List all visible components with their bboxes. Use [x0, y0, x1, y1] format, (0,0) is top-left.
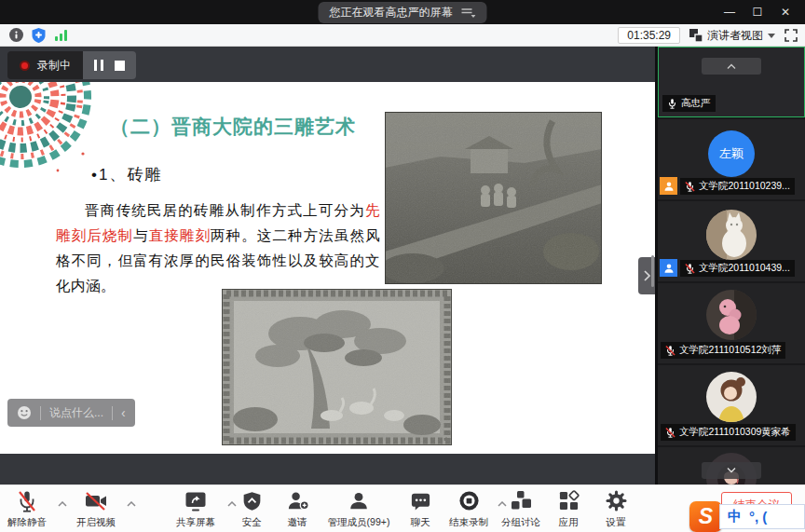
toolbar-label: 解除静音 — [7, 516, 47, 529]
participant-tile-partial[interactable] — [658, 447, 805, 484]
main-region: （二）晋商大院的三雕艺术 •1、砖雕 晋商传统民居的砖雕从制作方式上可分为先雕刻… — [0, 47, 805, 484]
hand-raised-badge-icon — [660, 177, 677, 195]
ime-mode[interactable]: 中 — [728, 508, 742, 525]
participant-tile-cat[interactable]: 文学院2011010439... — [658, 201, 805, 281]
hand-raised-badge-icon — [660, 259, 677, 277]
fullscreen-icon[interactable] — [785, 29, 798, 42]
participant-name-tag: 高忠严 — [662, 95, 716, 112]
participant-tile-huangjiaxi[interactable]: 文学院2111010309黄家希 — [658, 365, 805, 445]
participants-sidebar: 高忠严 左颖 文学院2011010239... — [658, 47, 805, 484]
chat-button[interactable]: 聊天 — [399, 490, 442, 529]
sogou-logo-icon[interactable]: S — [689, 501, 722, 532]
shared-screen-area: （二）晋商大院的三雕艺术 •1、砖雕 晋商传统民居的砖雕从制作方式上可分为先雕刻… — [0, 47, 655, 484]
participant-name: 高忠严 — [681, 97, 711, 110]
chat-collapse-button[interactable]: ‹ — [121, 406, 126, 419]
mic-muted-icon — [665, 345, 675, 357]
watching-screen-label: 您正在观看高忠严的屏幕 — [330, 5, 453, 20]
meeting-info-icon[interactable] — [9, 28, 23, 42]
view-caret-icon — [768, 34, 775, 38]
invite-button[interactable]: 邀请 — [276, 490, 319, 529]
bullet-text: 1、砖雕 — [99, 166, 162, 184]
view-mode-button[interactable]: 演讲者视图 — [689, 28, 775, 44]
divider — [112, 406, 113, 420]
bottom-toolbar: 解除静音 开启视频 共享屏幕 安全 邀请 管理成员(99+ — [0, 484, 805, 532]
start-video-button[interactable]: 开启视频 — [69, 490, 123, 529]
layout-view-icon — [689, 29, 703, 42]
share-screen-icon — [184, 490, 208, 512]
pause-recording-button[interactable] — [94, 60, 103, 71]
toolbar-label: 应用 — [559, 516, 579, 529]
mic-muted-icon — [685, 263, 695, 275]
participant-name: 文学院2111010512刘萍 — [679, 344, 781, 357]
brick-carving-image — [222, 289, 452, 445]
stop-recording-button[interactable] — [115, 61, 125, 71]
unmute-button[interactable]: 解除静音 — [0, 490, 54, 529]
avatar-initials: 左颖 — [708, 130, 755, 177]
emoji-icon[interactable] — [17, 405, 32, 420]
scroll-down-button[interactable] — [702, 462, 761, 479]
avatar — [706, 372, 757, 422]
bullet-glyph: • — [91, 166, 99, 184]
participant-name: 文学院2011010439... — [699, 262, 790, 275]
sidebar-scrollbar[interactable] — [651, 255, 654, 287]
title-bar: 您正在观看高忠严的屏幕 — ☐ ✕ — [0, 0, 805, 24]
chat-input-placeholder[interactable]: 说点什么... — [49, 405, 103, 421]
window-controls: — ☐ ✕ — [716, 0, 799, 24]
mandala-decoration — [0, 82, 97, 179]
maximize-button[interactable]: ☐ — [744, 0, 771, 24]
ime-status-bar[interactable]: 中 °, ( — [719, 504, 805, 529]
recording-label: 录制中 — [37, 58, 71, 74]
stop-record-icon — [458, 490, 480, 512]
apps-button[interactable]: 应用 — [548, 490, 589, 529]
breakout-rooms-button[interactable]: 分组讨论 — [497, 490, 545, 529]
ime-symbols[interactable]: °, ( — [749, 509, 767, 525]
para-part-1: 晋商传统民居的砖雕从制作方式上可分为 — [85, 202, 365, 218]
toolbar-label: 分组讨论 — [501, 516, 540, 529]
ime-toolbar: S 中 °, ( — [689, 501, 805, 532]
mic-muted-icon — [16, 490, 38, 513]
status-icons — [9, 28, 68, 43]
video-options-caret-icon[interactable] — [127, 501, 136, 507]
close-button[interactable]: ✕ — [771, 0, 799, 24]
camera-off-icon — [84, 490, 108, 512]
quick-chat-bar[interactable]: 说点什么... ‹ — [7, 399, 135, 427]
stop-record-button[interactable]: 结束录制 — [442, 490, 496, 529]
minimize-button[interactable]: — — [716, 0, 744, 24]
mic-options-caret-icon[interactable] — [58, 501, 67, 507]
toolbar-label: 聊天 — [411, 516, 430, 529]
settings-button[interactable]: 设置 — [594, 490, 637, 529]
screen-menu-icon[interactable] — [461, 7, 476, 18]
avatar: 左颖 — [708, 130, 755, 177]
toolbar-label: 共享屏幕 — [176, 516, 215, 529]
toolbar-label: 开启视频 — [76, 516, 116, 529]
slide-bullet-item: •1、砖雕 — [91, 164, 162, 185]
participant-tile-gaozhongyan[interactable]: 高忠严 — [658, 47, 805, 117]
collapse-tile-button[interactable] — [702, 58, 761, 75]
mic-muted-icon — [685, 181, 695, 193]
recording-bar: 录制中 — [7, 51, 136, 79]
members-icon — [348, 490, 370, 512]
mic-on-icon — [667, 98, 677, 110]
para-highlight-2: 直接雕刻 — [149, 227, 211, 243]
stone-carving-image — [385, 112, 602, 284]
avatar — [706, 210, 757, 260]
divider — [40, 406, 41, 420]
participant-name-tag: 文学院2111010512刘萍 — [661, 342, 785, 359]
security-shield-icon[interactable] — [32, 28, 46, 43]
security-button[interactable]: 安全 — [229, 490, 274, 529]
apps-icon — [558, 490, 580, 512]
share-screen-button[interactable]: 共享屏幕 — [168, 490, 224, 529]
breakout-icon — [511, 490, 532, 512]
network-signal-icon[interactable] — [54, 29, 68, 41]
manage-members-button[interactable]: 管理成员(99+) — [319, 490, 399, 529]
participant-tile-liuping[interactable]: 文学院2111010512刘萍 — [658, 283, 805, 363]
chat-icon — [409, 490, 432, 512]
participant-tile-zuoying[interactable]: 左颖 文学院2011010239... — [658, 119, 805, 199]
status-right: 01:35:29 演讲者视图 — [618, 24, 798, 47]
participant-name-tag: 文学院2011010239... — [680, 178, 795, 195]
invite-icon — [286, 490, 309, 512]
toolbar-label: 设置 — [607, 516, 626, 529]
recording-dot-icon — [20, 61, 30, 71]
watching-screen-pill[interactable]: 您正在观看高忠严的屏幕 — [319, 2, 487, 23]
slide-title: （二）晋商大院的三雕艺术 — [110, 114, 356, 140]
